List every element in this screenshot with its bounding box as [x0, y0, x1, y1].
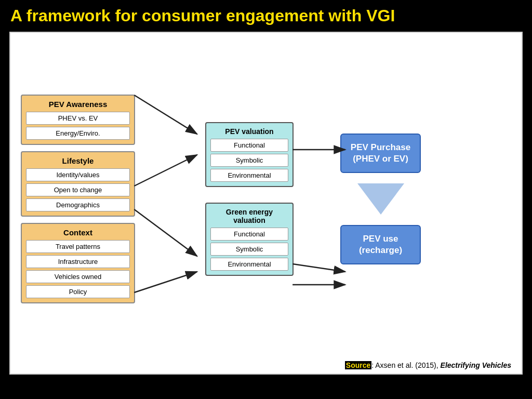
green-val-item-0: Functional [210, 228, 288, 241]
svg-line-4 [134, 272, 197, 292]
green-valuation-box: Green energy valuation Functional Symbol… [205, 203, 294, 276]
framework-diagram: PEV Awareness PHEV vs. EV Energy/Enviro.… [21, 48, 511, 350]
context-group: Context Travel patterns Infrastructure V… [21, 223, 135, 303]
green-val-item-2: Environmental [210, 258, 288, 271]
right-column: PEV Purchase (PHEV or EV) PEV use (recha… [338, 134, 423, 264]
lifestyle-item-1: Open to change [26, 183, 130, 196]
green-val-item-1: Symbolic [210, 243, 288, 256]
lifestyle-item-0: Identity/values [26, 168, 130, 181]
source-text: : Axsen et al. (2015), [371, 361, 440, 369]
slide-title: A framework for consumer engagement with… [0, 0, 532, 32]
pev-val-item-0: Functional [210, 139, 288, 152]
source-italic: Electrifying Vehicles [441, 361, 511, 369]
down-arrow-container [357, 183, 404, 215]
context-item-0: Travel patterns [26, 240, 130, 253]
green-valuation-title: Green energy valuation [210, 208, 288, 224]
lifestyle-group: Lifestyle Identity/values Open to change… [21, 151, 135, 217]
down-arrow-icon [357, 183, 404, 215]
context-title: Context [26, 228, 130, 237]
slide-content: PEV Awareness PHEV vs. EV Energy/Enviro.… [9, 32, 523, 375]
svg-line-2 [134, 155, 197, 186]
lifestyle-item-2: Demographics [26, 198, 130, 211]
pev-use-box: PEV use (recharge) [340, 225, 421, 264]
svg-line-3 [134, 209, 197, 256]
pev-val-item-1: Symbolic [210, 154, 288, 167]
svg-line-1 [134, 95, 197, 134]
pev-valuation-box: PEV valuation Functional Symbolic Enviro… [205, 122, 294, 187]
left-column: PEV Awareness PHEV vs. EV Energy/Enviro.… [21, 95, 135, 303]
svg-line-6 [292, 264, 345, 272]
source-citation: Source: Axsen et al. (2015), Electrifyin… [345, 361, 511, 369]
lifestyle-title: Lifestyle [26, 156, 130, 165]
pev-val-item-2: Environmental [210, 169, 288, 182]
pev-awareness-item-0: PHEV vs. EV [26, 112, 130, 125]
context-item-3: Policy [26, 285, 130, 298]
pev-awareness-item-1: Energy/Enviro. [26, 127, 130, 140]
pev-valuation-title: PEV valuation [210, 127, 288, 136]
pev-awareness-group: PEV Awareness PHEV vs. EV Energy/Enviro. [21, 95, 135, 145]
mid-column: PEV valuation Functional Symbolic Enviro… [203, 122, 296, 276]
context-item-1: Infrastructure [26, 255, 130, 268]
source-label: Source [345, 361, 371, 369]
context-item-2: Vehicles owned [26, 270, 130, 283]
pev-awareness-title: PEV Awareness [26, 100, 130, 109]
pev-purchase-box: PEV Purchase (PHEV or EV) [340, 134, 421, 173]
